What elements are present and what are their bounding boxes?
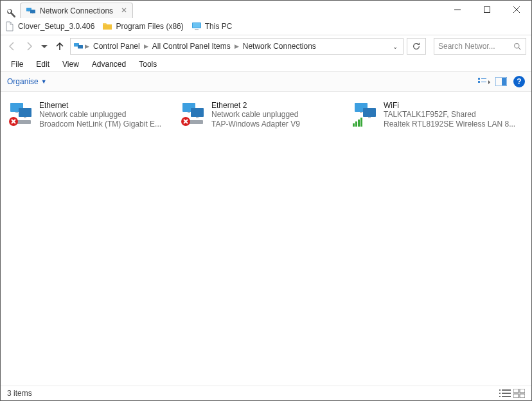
svg-rect-41 [499, 396, 501, 397]
breadcrumb-segment[interactable]: Network Connections [240, 40, 319, 52]
menu-bar: File Edit View Advanced Tools [1, 57, 531, 71]
svg-rect-4 [484, 6, 490, 12]
network-adapter-icon [353, 101, 378, 127]
svg-rect-27 [189, 120, 203, 124]
view-options-button[interactable] [476, 75, 493, 89]
svg-rect-24 [188, 112, 190, 113]
back-button[interactable] [6, 40, 19, 53]
favorite-this-pc[interactable]: This PC [191, 21, 233, 31]
connection-device: Realtek RTL8192SE Wireless LAN 8... [384, 120, 517, 129]
chevron-right-icon[interactable]: ▶ [144, 43, 148, 49]
refresh-button[interactable] [407, 38, 426, 55]
tiles-view-icon[interactable] [513, 389, 525, 398]
wrench-icon [6, 8, 16, 18]
svg-rect-33 [353, 123, 355, 127]
navigation-bar: ▶ Control Panel ▶ All Control Panel Item… [1, 35, 531, 57]
error-overlay-icon [181, 116, 191, 127]
svg-rect-39 [499, 393, 501, 394]
network-adapter-icon [181, 101, 206, 127]
maximize-button[interactable] [472, 1, 502, 18]
favorite-program-files[interactable]: Program Files (x86) [102, 21, 183, 31]
svg-rect-11 [478, 78, 480, 80]
address-bar[interactable]: ▶ Control Panel ▶ All Control Panel Item… [70, 38, 403, 55]
explorer-window: Network Connections ✕ Clover_Setup_3.0.4… [0, 0, 532, 401]
address-dropdown-icon[interactable]: ⌄ [393, 43, 400, 50]
svg-rect-12 [481, 78, 486, 79]
tab-close-icon[interactable]: ✕ [121, 6, 127, 15]
svg-rect-16 [502, 78, 506, 85]
connection-status: TALKTALK1F952F, Shared [384, 110, 517, 120]
svg-rect-40 [502, 393, 511, 394]
svg-rect-35 [358, 120, 360, 127]
help-button[interactable]: ? [513, 76, 525, 87]
tab-title: Network Connections [40, 6, 113, 15]
svg-rect-13 [478, 81, 480, 83]
connection-name: WiFi [384, 101, 517, 110]
file-icon [4, 21, 15, 31]
svg-rect-45 [513, 394, 519, 398]
svg-point-10 [515, 43, 519, 48]
menu-file[interactable]: File [6, 58, 28, 70]
search-icon [513, 42, 522, 51]
minimize-button[interactable] [443, 1, 472, 18]
svg-rect-9 [78, 45, 83, 49]
connections-list: Ethernet Network cable unplugged Broadco… [1, 92, 531, 386]
menu-view[interactable]: View [57, 58, 84, 70]
svg-rect-36 [360, 118, 362, 127]
svg-rect-18 [15, 112, 18, 113]
titlebar: Network Connections ✕ [1, 1, 531, 18]
favorite-label: Clover_Setup_3.0.406 [18, 22, 94, 31]
command-bar: Organise ▼ ? [1, 71, 531, 92]
tab-strip: Network Connections ✕ [1, 1, 443, 18]
connection-item[interactable]: Ethernet 2 Network cable unplugged TAP-W… [177, 98, 349, 132]
svg-rect-46 [520, 394, 525, 398]
menu-advanced[interactable]: Advanced [87, 58, 131, 70]
favorite-clover-setup[interactable]: Clover_Setup_3.0.406 [4, 21, 94, 31]
svg-rect-7 [195, 29, 199, 30]
svg-rect-2 [30, 10, 35, 13]
svg-rect-14 [481, 82, 486, 82]
error-overlay-icon [8, 116, 19, 127]
connection-name: Ethernet 2 [211, 101, 345, 110]
svg-rect-43 [513, 389, 519, 393]
network-connections-icon [73, 41, 84, 51]
svg-rect-20 [24, 117, 26, 118]
chevron-right-icon[interactable]: ▶ [235, 43, 239, 49]
breadcrumb-segment[interactable]: Control Panel [91, 40, 143, 52]
close-button[interactable] [502, 1, 531, 18]
svg-rect-34 [355, 121, 357, 127]
menu-tools[interactable]: Tools [134, 58, 162, 70]
network-adapter-icon [8, 101, 34, 127]
breadcrumb-segment[interactable]: All Control Panel Items [150, 40, 233, 52]
network-connections-icon [26, 6, 36, 16]
svg-rect-1 [28, 11, 30, 12]
connection-item[interactable]: WiFi TALKTALK1F952F, Shared Realtek RTL8… [349, 98, 521, 132]
connection-status: Network cable unplugged [39, 110, 173, 120]
connection-item[interactable]: Ethernet Network cable unplugged Broadco… [4, 98, 177, 132]
favorites-bar: Clover_Setup_3.0.406 Program Files (x86)… [1, 18, 531, 35]
up-button[interactable] [53, 40, 66, 53]
window-controls [443, 1, 531, 18]
svg-rect-6 [193, 23, 200, 28]
svg-rect-31 [363, 108, 376, 117]
svg-rect-37 [499, 389, 501, 391]
svg-rect-42 [502, 396, 511, 397]
organise-button[interactable]: Organise ▼ [7, 77, 47, 86]
tab-network-connections[interactable]: Network Connections ✕ [20, 3, 133, 18]
forward-button[interactable] [22, 40, 35, 53]
favorite-label: This PC [205, 22, 233, 31]
recent-locations-button[interactable] [39, 41, 49, 51]
this-pc-icon [191, 21, 202, 31]
connection-device: TAP-Windows Adapter V9 [211, 120, 345, 129]
preview-pane-button[interactable] [493, 75, 510, 89]
details-view-icon[interactable] [499, 389, 511, 398]
chevron-down-icon: ▼ [41, 78, 47, 85]
menu-edit[interactable]: Edit [31, 58, 55, 70]
favorite-label: Program Files (x86) [116, 22, 183, 31]
svg-rect-30 [360, 112, 362, 113]
svg-rect-26 [196, 117, 199, 118]
svg-rect-25 [191, 108, 204, 117]
chevron-right-icon[interactable]: ▶ [85, 43, 89, 49]
search-input[interactable]: Search Networ... [434, 38, 526, 55]
folder-icon [102, 21, 112, 31]
